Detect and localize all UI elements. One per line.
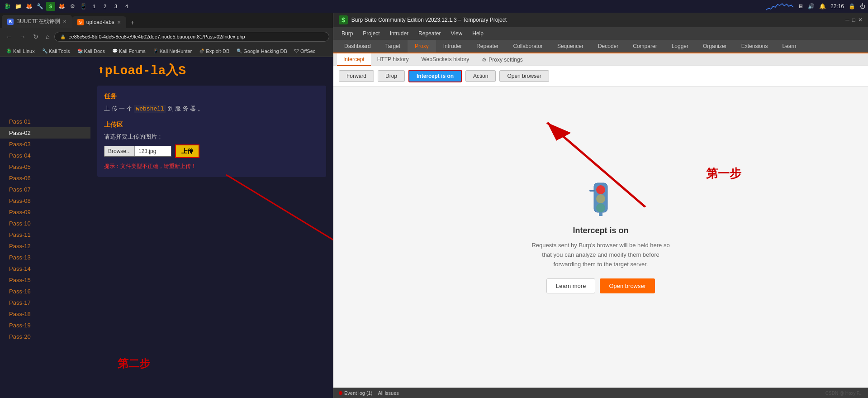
- bookmark-ghdb[interactable]: 🔍 Google Hacking DB: [234, 48, 290, 55]
- sidebar-item-pass12[interactable]: Pass-12: [0, 240, 90, 252]
- proxy-tab-ws-history[interactable]: WebSockets history: [415, 53, 476, 66]
- address-bar[interactable]: 🔒 ee86c5c6-6bf0-4dc5-8ea8-e9fe4b02dee7.n…: [54, 32, 329, 42]
- burp-menu-bar: Burp Project Intruder Repeater View Help: [333, 27, 868, 40]
- tab-intruder[interactable]: Intruder: [436, 40, 469, 53]
- bookmark-label-kali-forums: Kali Forums: [119, 48, 146, 54]
- open-browser-toolbar-button[interactable]: Open browser: [499, 70, 549, 82]
- browser-tab-upload[interactable]: S upload-labs ✕: [72, 16, 126, 28]
- tab-decoder[interactable]: Decoder: [591, 40, 626, 53]
- action-button[interactable]: Action: [465, 70, 496, 82]
- new-tab-button[interactable]: +: [126, 17, 139, 28]
- kali-docs-bm-icon: 📚: [77, 48, 83, 53]
- firefox-icon[interactable]: 🦊: [24, 2, 33, 11]
- nethunter-bm-icon: 📱: [153, 48, 158, 53]
- menu-burp[interactable]: Burp: [337, 29, 357, 38]
- tab-target[interactable]: Target: [378, 40, 408, 53]
- bookmark-offsec[interactable]: 🛡 OffSec: [292, 48, 318, 55]
- sidebar-item-pass08[interactable]: Pass-08: [0, 195, 90, 206]
- sidebar-item-pass01[interactable]: Pass-01: [0, 116, 90, 127]
- sidebar-item-pass15[interactable]: Pass-15: [0, 274, 90, 286]
- sidebar-item-pass19[interactable]: Pass-19: [0, 320, 90, 331]
- menu-view[interactable]: View: [446, 29, 467, 38]
- file-manager-icon[interactable]: 📁: [14, 2, 23, 11]
- proxy-tab-http-history[interactable]: HTTP history: [371, 53, 415, 66]
- bookmark-kali-docs[interactable]: 📚 Kali Docs: [75, 48, 108, 55]
- sidebar-item-pass07[interactable]: Pass-07: [0, 184, 90, 195]
- menu-intruder[interactable]: Intruder: [385, 29, 413, 38]
- tab-proxy[interactable]: Proxy: [408, 40, 436, 53]
- back-button[interactable]: ←: [4, 32, 14, 41]
- sidebar-item-pass05[interactable]: Pass-05: [0, 161, 90, 173]
- sidebar-item-pass11[interactable]: Pass-11: [0, 229, 90, 240]
- bookmark-kali-linux[interactable]: 🐉 Kali Linux: [4, 48, 38, 55]
- tab-logger[interactable]: Logger: [664, 40, 696, 53]
- proxy-settings-tab[interactable]: ⚙ Proxy settings: [475, 54, 529, 66]
- learn-more-button[interactable]: Learn more: [546, 278, 595, 293]
- page-logo: ⬆pLoad-la入S: [97, 62, 326, 79]
- sidebar-item-pass20[interactable]: Pass-20: [0, 331, 90, 342]
- phone-icon[interactable]: 📱: [79, 2, 88, 11]
- sidebar-item-pass10[interactable]: Pass-10: [0, 218, 90, 229]
- bookmark-exploit-db[interactable]: 💣 Exploit-DB: [196, 48, 232, 55]
- sidebar-item-pass02[interactable]: Pass-02: [0, 127, 90, 139]
- upload-button[interactable]: 上传: [175, 144, 199, 158]
- os-taskbar-right: 🖥 🔊 🔔 22:16 🔒 ⏻: [766, 2, 865, 11]
- maximize-icon[interactable]: □: [852, 17, 855, 23]
- tab-close-upload[interactable]: ✕: [117, 20, 121, 25]
- settings-icon[interactable]: ⚙: [68, 2, 77, 11]
- tab-extensions[interactable]: Extensions: [734, 40, 775, 53]
- menu-help[interactable]: Help: [468, 29, 488, 38]
- reload-button[interactable]: ↻: [31, 32, 41, 41]
- bookmark-label-offsec: OffSec: [300, 48, 315, 54]
- sidebar-item-pass13[interactable]: Pass-13: [0, 252, 90, 263]
- workspace-3[interactable]: 3: [111, 2, 120, 11]
- sidebar-item-pass14[interactable]: Pass-14: [0, 263, 90, 274]
- sidebar-item-pass03[interactable]: Pass-03: [0, 139, 90, 150]
- sidebar-item-pass17[interactable]: Pass-17: [0, 297, 90, 308]
- minimize-icon[interactable]: ─: [845, 17, 849, 23]
- browse-button[interactable]: Browse...: [104, 146, 135, 156]
- tab-favicon-upload: S: [77, 19, 84, 25]
- tab-collaborator[interactable]: Collaborator: [506, 40, 550, 53]
- upload-page: Pass-01 Pass-02 Pass-03 Pass-04 Pass-05 …: [0, 57, 333, 398]
- menu-project[interactable]: Project: [358, 29, 384, 38]
- tab-dashboard[interactable]: Dashboard: [337, 40, 378, 53]
- bookmark-nethunter[interactable]: 📱 Kali NetHunter: [150, 48, 195, 55]
- sidebar-item-pass18[interactable]: Pass-18: [0, 308, 90, 320]
- offsec-bm-icon: 🛡: [294, 48, 299, 53]
- sidebar-item-pass06[interactable]: Pass-06: [0, 173, 90, 184]
- browser-panel: B BUUCTF在线评测 ✕ S upload-labs ✕ + ← → ↻: [0, 13, 333, 398]
- home-button[interactable]: ⌂: [43, 32, 52, 41]
- proxy-tab-intercept[interactable]: Intercept: [337, 53, 371, 66]
- tab-organizer[interactable]: Organizer: [696, 40, 734, 53]
- workspace-4[interactable]: 4: [122, 2, 131, 11]
- workspace-1[interactable]: 1: [90, 2, 99, 11]
- forward-button[interactable]: →: [17, 32, 28, 41]
- browser-tab-buuctf[interactable]: B BUUCTF在线评测 ✕: [2, 15, 72, 28]
- burp-title-text: Burp Suite Community Edition v2023.12.1.…: [351, 17, 507, 23]
- open-browser-card-button[interactable]: Open browser: [600, 278, 655, 293]
- close-icon[interactable]: ✕: [858, 17, 863, 23]
- menu-repeater[interactable]: Repeater: [414, 29, 445, 38]
- tab-close-buuctf[interactable]: ✕: [63, 19, 66, 24]
- sidebar-item-pass04[interactable]: Pass-04: [0, 150, 90, 161]
- bookmark-kali-forums[interactable]: 💬 Kali Forums: [109, 48, 148, 55]
- drop-button[interactable]: Drop: [378, 70, 405, 82]
- firefox2-icon[interactable]: 🦊: [57, 2, 66, 11]
- bookmark-kali-tools[interactable]: 🔧 Kali Tools: [39, 48, 73, 55]
- tab-sequencer[interactable]: Sequencer: [550, 40, 591, 53]
- burp-taskbar-icon[interactable]: $: [46, 2, 55, 11]
- terminal-icon[interactable]: 🔧: [35, 2, 44, 11]
- tab-comparer[interactable]: Comparer: [626, 40, 664, 53]
- sidebar-item-pass09[interactable]: Pass-09: [0, 206, 90, 218]
- tab-repeater[interactable]: Repeater: [469, 40, 506, 53]
- event-log-indicator[interactable]: Event log (1): [339, 390, 372, 396]
- bookmark-label-exploit-db: Exploit-DB: [206, 48, 229, 54]
- all-issues-label[interactable]: All issues: [378, 390, 398, 396]
- forward-button[interactable]: Forward: [339, 70, 374, 82]
- workspace-2[interactable]: 2: [100, 2, 109, 11]
- kali-dragon-icon[interactable]: 🐉: [3, 2, 12, 11]
- sidebar-item-pass16[interactable]: Pass-16: [0, 286, 90, 297]
- tab-learn[interactable]: Learn: [775, 40, 803, 53]
- intercept-toggle-button[interactable]: Intercept is on: [408, 70, 462, 82]
